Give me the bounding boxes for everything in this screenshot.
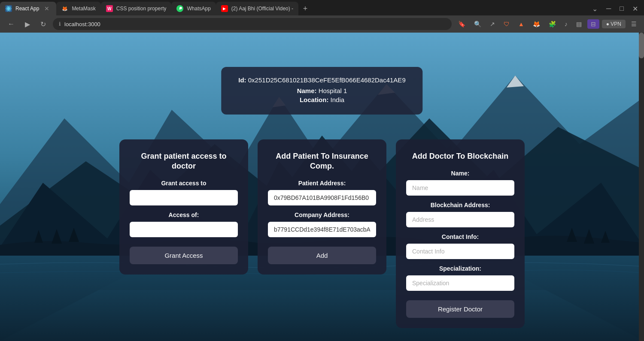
name-value: Hospital 1 xyxy=(319,87,347,94)
specialization-label: Specialization: xyxy=(406,265,514,272)
grant-access-to-group: Grant access to xyxy=(130,180,238,205)
specialization-group: Specialization: xyxy=(406,265,514,291)
reload-button[interactable]: ↻ xyxy=(37,18,49,30)
minimize-button[interactable]: ─ xyxy=(604,4,614,13)
secure-icon: ℹ xyxy=(59,21,61,27)
music-button[interactable]: ♪ xyxy=(562,19,571,29)
metamask-favicon: 🦊 xyxy=(61,5,68,12)
maximize-button[interactable]: □ xyxy=(617,4,626,13)
grant-access-to-input[interactable] xyxy=(130,190,238,205)
tab-whatsapp[interactable]: WhatsApp xyxy=(171,2,216,15)
browser-chrome: React App ✕ 🦊 MetaMask W CSS position pr… xyxy=(0,0,644,33)
location-line: Location: India xyxy=(238,96,405,103)
tab-react-title: React App xyxy=(15,6,39,12)
name-label: Name: xyxy=(297,87,317,94)
info-card: Id: 0x251D25C681021B38CeFE5EfB066E4682Da… xyxy=(221,67,422,115)
access-of-label: Access of: xyxy=(130,211,238,218)
blockchain-address-label: Blockchain Address: xyxy=(406,202,514,208)
address-text: localhost:3000 xyxy=(64,21,446,27)
grant-access-title: Grant patient access to doctor xyxy=(130,151,238,172)
grant-access-to-label: Grant access to xyxy=(130,180,238,187)
doctor-name-input[interactable] xyxy=(406,180,514,196)
close-browser-button[interactable]: ✕ xyxy=(630,4,641,14)
share-button[interactable]: ↗ xyxy=(487,19,498,29)
contact-info-group: Contact Info: xyxy=(406,233,514,259)
cards-container: Grant patient access to doctor Grant acc… xyxy=(119,139,525,328)
add-patient-card: Add Patient To Insurance Comp. Patient A… xyxy=(258,139,386,275)
add-doctor-card: Add Doctor To Blockchain Name: Blockchai… xyxy=(396,139,525,328)
page-content: Id: 0x251D25C681021B38CeFE5EfB066E4682Da… xyxy=(0,33,644,341)
patient-address-input[interactable] xyxy=(268,190,376,205)
extensions-button[interactable]: 🧩 xyxy=(546,19,559,29)
add-patient-button[interactable]: Add xyxy=(268,247,376,264)
add-patient-title: Add Patient To Insurance Comp. xyxy=(268,151,376,172)
new-tab-button[interactable]: + xyxy=(298,2,312,15)
tab-metamask[interactable]: 🦊 MetaMask xyxy=(56,2,100,15)
contact-info-label: Contact Info: xyxy=(406,233,514,240)
tab-css-title: CSS position property xyxy=(116,6,167,12)
access-of-group: Access of: xyxy=(130,211,238,237)
css-favicon: W xyxy=(106,5,113,12)
blockchain-address-group: Blockchain Address: xyxy=(406,202,514,227)
tab-metamask-title: MetaMask xyxy=(72,6,95,12)
add-doctor-title: Add Doctor To Blockchain xyxy=(406,151,514,161)
address-bar[interactable]: ℹ localhost:3000 xyxy=(53,18,452,30)
scrollbar[interactable] xyxy=(639,33,644,341)
blockchain-address-input[interactable] xyxy=(406,212,514,227)
id-value: 0x251D25C681021B38CeFE5EfB066E4682Dac41A… xyxy=(248,76,406,84)
scrollbar-thumb[interactable] xyxy=(639,33,644,58)
tab-react-close[interactable]: ✕ xyxy=(43,4,51,13)
tab-bar: React App ✕ 🦊 MetaMask W CSS position pr… xyxy=(0,0,644,15)
bookmark-button[interactable]: 🔖 xyxy=(455,19,468,29)
patient-address-label: Patient Address: xyxy=(268,180,376,187)
tab-css-position[interactable]: W CSS position property xyxy=(101,2,172,15)
back-button[interactable]: ← xyxy=(4,18,18,30)
youtube-favicon: ▶ xyxy=(221,5,228,12)
svg-point-0 xyxy=(8,8,9,9)
access-of-input[interactable] xyxy=(130,222,238,237)
company-address-group: Company Address: xyxy=(268,211,376,237)
company-address-label: Company Address: xyxy=(268,211,376,218)
contact-info-input[interactable] xyxy=(406,244,514,259)
register-doctor-button[interactable]: Register Doctor xyxy=(406,300,514,318)
grant-access-card: Grant patient access to doctor Grant acc… xyxy=(119,139,248,275)
patient-address-group: Patient Address: xyxy=(268,180,376,205)
tab-whatsapp-title: WhatsApp xyxy=(187,6,210,12)
whatsapp-favicon xyxy=(176,5,183,12)
forward-button[interactable]: ▶ xyxy=(21,18,33,30)
id-line: Id: 0x251D25C681021B38CeFE5EfB066E4682Da… xyxy=(238,76,405,84)
brave-shield-button[interactable]: 🛡 xyxy=(501,19,513,29)
tab-youtube[interactable]: ▶ (2) Aaj Bhi (Official Video) - xyxy=(216,2,298,15)
tab-chevron-down[interactable]: ⌄ xyxy=(589,4,600,14)
tab-react-app[interactable]: React App ✕ xyxy=(0,2,56,15)
company-address-input[interactable] xyxy=(268,222,376,237)
location-label: Location: xyxy=(300,96,329,103)
metamask-ext-button[interactable]: 🦊 xyxy=(530,19,543,29)
react-favicon xyxy=(5,5,12,12)
doctor-name-label: Name: xyxy=(406,170,514,177)
tab-youtube-title: (2) Aaj Bhi (Official Video) - xyxy=(231,6,293,12)
specialization-input[interactable] xyxy=(406,275,514,291)
brave-rewards-button[interactable]: ▲ xyxy=(515,19,527,29)
sidebar-toggle[interactable]: ▤ xyxy=(573,19,585,29)
menu-button[interactable]: ☰ xyxy=(628,19,640,29)
name-line: Name: Hospital 1 xyxy=(238,87,405,94)
id-label: Id: xyxy=(238,76,246,84)
location-value: India xyxy=(331,96,345,103)
vpn-button[interactable]: ● VPN xyxy=(602,20,626,28)
brave-menu-button[interactable]: ⊟ xyxy=(587,19,599,29)
doctor-name-group: Name: xyxy=(406,170,514,196)
nav-right-controls: 🔖 🔍 ↗ 🛡 ▲ 🦊 🧩 ♪ ▤ ⊟ ● VPN ☰ xyxy=(455,19,640,29)
navigation-bar: ← ▶ ↻ ℹ localhost:3000 🔖 🔍 ↗ 🛡 ▲ 🦊 🧩 ♪ ▤… xyxy=(0,15,644,33)
zoom-button[interactable]: 🔍 xyxy=(471,19,484,29)
grant-access-button[interactable]: Grant Access xyxy=(130,247,238,264)
tab-bar-controls: ⌄ ─ □ ✕ xyxy=(589,2,644,15)
